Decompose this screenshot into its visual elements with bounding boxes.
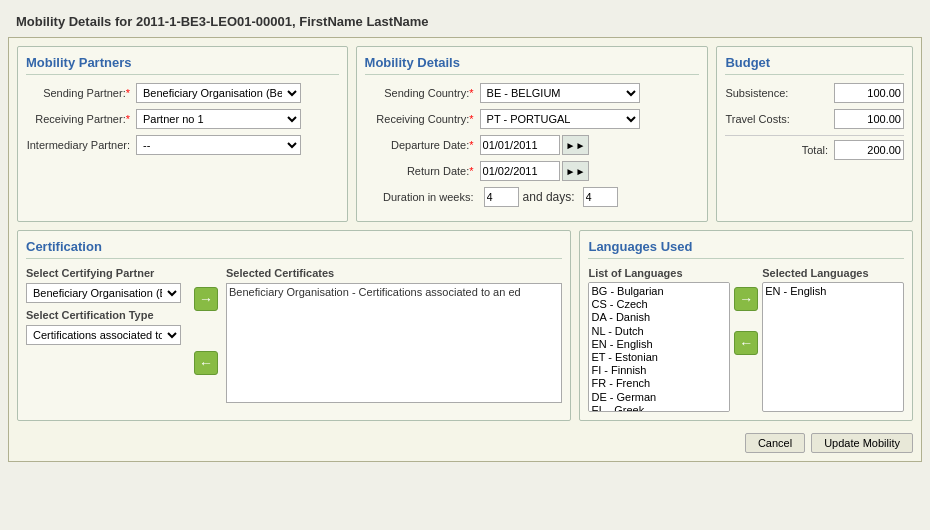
budget-title: Budget	[725, 55, 904, 75]
top-row: Mobility Partners Sending Partner:* Bene…	[17, 46, 913, 222]
departure-date-calendar-btn[interactable]: ►►	[562, 135, 590, 155]
mobility-details-title: Mobility Details	[365, 55, 700, 75]
departure-date-input[interactable]	[480, 135, 560, 155]
selected-language-listbox[interactable]: EN - English	[762, 282, 904, 412]
intermediary-partner-row: Intermediary Partner: --	[26, 135, 339, 155]
languages-title: Languages Used	[588, 239, 904, 259]
list-item: CS - Czech	[591, 298, 727, 311]
sending-partner-label: Sending Partner:*	[26, 87, 136, 99]
list-item: EN - English	[765, 285, 901, 298]
total-input	[834, 140, 904, 160]
cert-arrows: → ←	[194, 267, 218, 375]
cert-type-label: Select Certification Type	[26, 309, 186, 321]
sending-country-row: Sending Country:* BE - BELGIUM	[365, 83, 700, 103]
receiving-country-select[interactable]: PT - PORTUGAL	[480, 109, 640, 129]
travel-costs-label: Travel Costs:	[725, 113, 789, 125]
intermediary-partner-select[interactable]: --	[136, 135, 301, 155]
footer-row: Cancel Update Mobility	[17, 429, 913, 453]
lang-list-title: List of Languages	[588, 267, 730, 279]
sending-country-label: Sending Country:*	[365, 87, 480, 99]
cert-add-btn[interactable]: →	[194, 287, 218, 311]
duration-days-input[interactable]	[583, 187, 618, 207]
intermediary-partner-label: Intermediary Partner:	[26, 139, 136, 151]
lang-arrows: → ←	[734, 267, 758, 355]
duration-label: Duration in weeks:	[365, 191, 480, 203]
cert-right: Selected Certificates Beneficiary Organi…	[226, 267, 562, 403]
subsistence-input[interactable]	[834, 83, 904, 103]
selected-certs-label: Selected Certificates	[226, 267, 562, 279]
language-listbox[interactable]: BG - Bulgarian CS - Czech DA - Danish NL…	[588, 282, 730, 412]
page-title: Mobility Details for 2011-1-BE3-LEO01-00…	[8, 8, 922, 37]
list-item: DA - Danish	[591, 311, 727, 324]
travel-costs-input[interactable]	[834, 109, 904, 129]
selected-cert-item: Beneficiary Organisation - Certification…	[229, 286, 559, 298]
lang-list-container: List of Languages BG - Bulgarian CS - Cz…	[588, 267, 730, 412]
list-item: FR - French	[591, 377, 727, 390]
selected-certs-listbox[interactable]: Beneficiary Organisation - Certification…	[226, 283, 562, 403]
total-label: Total:	[802, 144, 828, 156]
subsistence-label: Subsistence:	[725, 87, 788, 99]
cert-inner: Select Certifying Partner Beneficiary Or…	[26, 267, 562, 403]
main-container: Mobility Partners Sending Partner:* Bene…	[8, 37, 922, 462]
departure-date-label: Departure Date:*	[365, 139, 480, 151]
certification-title: Certification	[26, 239, 562, 259]
duration-weeks-input[interactable]	[484, 187, 519, 207]
list-item: EL - Greek	[591, 404, 727, 412]
cert-partner-select[interactable]: Beneficiary Organisation (Beneficia	[26, 283, 181, 303]
return-date-calendar-btn[interactable]: ►►	[562, 161, 590, 181]
bottom-row: Certification Select Certifying Partner …	[17, 230, 913, 421]
budget-panel: Budget Subsistence: Travel Costs: Total:	[716, 46, 913, 222]
total-row: Total:	[725, 135, 904, 160]
receiving-country-row: Receiving Country:* PT - PORTUGAL	[365, 109, 700, 129]
return-date-row: Return Date:* ►►	[365, 161, 700, 181]
certification-panel: Certification Select Certifying Partner …	[17, 230, 571, 421]
list-item: EN - English	[591, 338, 727, 351]
cert-remove-btn[interactable]: ←	[194, 351, 218, 375]
departure-date-row: Departure Date:* ►►	[365, 135, 700, 155]
selected-lang-title: Selected Languages	[762, 267, 904, 279]
lang-add-btn[interactable]: →	[734, 287, 758, 311]
mobility-details-panel: Mobility Details Sending Country:* BE - …	[356, 46, 709, 222]
list-item: ET - Estonian	[591, 351, 727, 364]
travel-costs-row: Travel Costs:	[725, 109, 904, 129]
update-mobility-button[interactable]: Update Mobility	[811, 433, 913, 453]
subsistence-row: Subsistence:	[725, 83, 904, 103]
selected-lang-container: Selected Languages EN - English	[762, 267, 904, 412]
cert-type-select[interactable]: Certifications associated to an edu	[26, 325, 181, 345]
sending-country-select[interactable]: BE - BELGIUM	[480, 83, 640, 103]
lang-remove-btn[interactable]: ←	[734, 331, 758, 355]
receiving-partner-select[interactable]: Partner no 1	[136, 109, 301, 129]
lang-inner: List of Languages BG - Bulgarian CS - Cz…	[588, 267, 904, 412]
receiving-partner-label: Receiving Partner:*	[26, 113, 136, 125]
and-days-label: and days:	[523, 190, 575, 204]
mobility-partners-panel: Mobility Partners Sending Partner:* Bene…	[17, 46, 348, 222]
list-item: NL - Dutch	[591, 325, 727, 338]
list-item: BG - Bulgarian	[591, 285, 727, 298]
cert-partner-label: Select Certifying Partner	[26, 267, 186, 279]
receiving-country-label: Receiving Country:*	[365, 113, 480, 125]
duration-row: Duration in weeks: and days:	[365, 187, 700, 207]
languages-panel: Languages Used List of Languages BG - Bu…	[579, 230, 913, 421]
return-date-label: Return Date:*	[365, 165, 480, 177]
list-item: FI - Finnish	[591, 364, 727, 377]
return-date-input[interactable]	[480, 161, 560, 181]
cancel-button[interactable]: Cancel	[745, 433, 805, 453]
mobility-partners-title: Mobility Partners	[26, 55, 339, 75]
sending-partner-row: Sending Partner:* Beneficiary Organisati…	[26, 83, 339, 103]
sending-partner-select[interactable]: Beneficiary Organisation (Benefici	[136, 83, 301, 103]
receiving-partner-row: Receiving Partner:* Partner no 1	[26, 109, 339, 129]
list-item: DE - German	[591, 391, 727, 404]
cert-left: Select Certifying Partner Beneficiary Or…	[26, 267, 186, 351]
